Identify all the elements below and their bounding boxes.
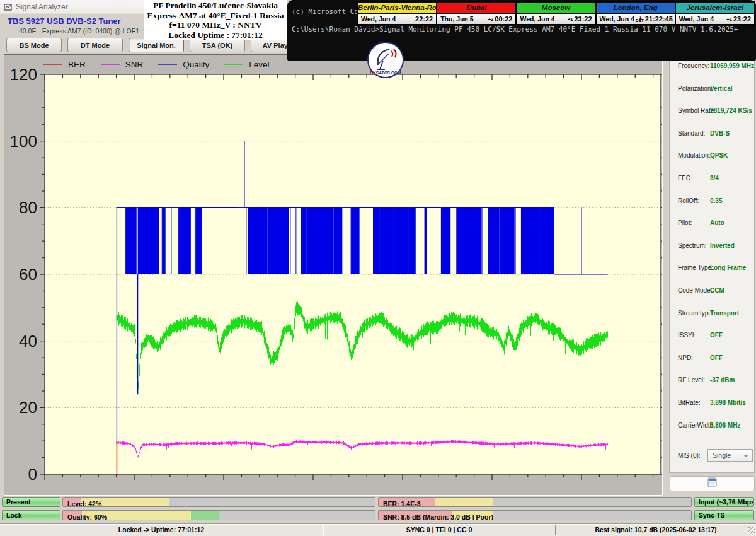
param-row-pilot-: Pilot:Auto [670, 219, 754, 235]
clock-jerusalem-israel: Jerusalem-IsraelWed, Jun 4+123:22 [676, 3, 754, 24]
snr-bar-label: SNR: 8,5 dB (Margin: 3,0 dB | Poor) [379, 513, 493, 520]
sync-ts-indicator: Sync TS [694, 510, 754, 520]
window-title: Signal Analyzer [16, 3, 68, 11]
statusbar-uptime: Locked -> Uptime: 77:01:12 [0, 524, 323, 536]
param-row-standard-: Standard:DVB-S [670, 130, 754, 145]
clock-city: Moscow [517, 3, 595, 14]
clock-utc-offset: +2 [488, 18, 494, 21]
quality-bar-label: Quality: 60% [63, 513, 107, 520]
clock-time: 21:22:45 [645, 15, 673, 23]
clock-moscow: MoscowWed, Jun 4+123:22 [517, 3, 595, 24]
app-icon [4, 3, 12, 11]
param-label: FEC: [678, 175, 692, 182]
param-label: Frame Type: [678, 264, 713, 271]
svg-text:20: 20 [19, 398, 37, 417]
clock-day: Wed, Jun 4 [361, 15, 396, 23]
param-row-npd-: NPD:OFF [670, 354, 754, 370]
clock-city: Dubai [437, 3, 515, 14]
clock-london-eng: London, EngWed, Jun 4-1DST21:22:45 [597, 3, 675, 24]
param-value: OFF [710, 332, 723, 339]
clock-time-row: Wed, Jun 4+123:22 [517, 14, 595, 24]
param-label: Code Mode: [678, 287, 712, 294]
param-label: MIS (0): [678, 452, 701, 459]
svg-text:40: 40 [19, 332, 37, 351]
param-row-rolloff-: RollOff:0.35 [670, 197, 754, 213]
param-label: Polarization: [678, 85, 713, 92]
param-row-carrierwidth-: CarrierWidth:3,806 MHz [670, 422, 754, 437]
level-bar-label: Level: 42% [63, 500, 101, 507]
list-icon [707, 477, 717, 490]
input-indicator: Input (~3,76 Mbps) [694, 497, 754, 507]
clock-city: Jerusalem-Israel [676, 3, 754, 14]
param-value: 11069,959 MHz [710, 62, 754, 69]
param-label: Standard: [678, 130, 705, 137]
param-label: Modulation: [678, 152, 711, 159]
clock-day: Thu, Jun 5 [440, 15, 474, 23]
param-value: 3/4 [710, 175, 719, 182]
chart-panel: BERSNRQualityLevel 020406080100120 [4, 54, 663, 496]
tab-dt-mode[interactable]: DT Mode [67, 38, 123, 52]
transport-stream-button[interactable] [670, 476, 755, 491]
status-row-2: Lock Quality: 60% SNR: 8,5 dB (Margin: 3… [0, 510, 756, 521]
svg-text:0: 0 [28, 465, 37, 484]
param-value: QPSK [710, 152, 728, 159]
param-value: CCM [710, 287, 724, 294]
param-value: OFF [710, 354, 723, 361]
world-clocks: Berlin-Paris-Vienna-RomaWed, Jun 422:22D… [357, 1, 755, 25]
terminal-prompt-line: C:\Users\Roman Dávid>Signal Monitoring_P… [292, 25, 738, 33]
snr-bar: SNR: 8,5 dB (Margin: 3,0 dB | Poor) [378, 510, 692, 520]
clock-time: 23:22 [733, 15, 751, 23]
param-value: Vertical [710, 85, 733, 92]
tuner-subtitle: 40.0E - Express AM7 (ID: 0400) @ LOF1: 1… [19, 27, 145, 35]
tab-signal-mon-[interactable]: Signal Mon. [129, 38, 184, 52]
clock-day: Wed, Jun 4 [679, 15, 714, 23]
param-value: Auto [710, 219, 724, 226]
param-row-frame-type-: Frame Type:Long Frame [670, 264, 754, 279]
signal-chart: 020406080100120 [4, 55, 662, 495]
clock-day: Wed, Jun 4 [600, 15, 634, 23]
quality-bar: Quality: 60% [62, 510, 375, 520]
caption-line: PF Prodelin 450/Lučenec-Slovakia [144, 1, 287, 11]
tab-bar: BS ModeDT ModeSignal Mon.TSA (OK)AV Play… [6, 38, 306, 53]
clock-day: Wed, Jun 4 [520, 15, 554, 23]
caption-line: Express-AM7 at 40°E_Fixed-1 Russia [144, 11, 287, 21]
tab-tsa-ok-[interactable]: TSA (OK) [190, 38, 245, 52]
param-label: BitRate: [678, 399, 701, 406]
param-value: DVB-S [710, 130, 730, 137]
param-value: 0.35 [710, 197, 722, 204]
level-bar: Level: 42% [62, 497, 375, 507]
mis-select[interactable]: Single [707, 449, 753, 462]
param-row-stream-type-: Stream type:Transport [670, 310, 754, 325]
clock-utc-offset: +1 [726, 18, 732, 21]
param-label: Spectrum: [678, 242, 707, 249]
clock-city: Berlin-Paris-Vienna-Roma [358, 3, 436, 14]
param-row-mis: MIS (0):Single [670, 452, 754, 467]
satellite-dish-icon: DXSATCS.COM [369, 43, 403, 77]
param-value: Long Frame [710, 264, 746, 271]
resize-grip[interactable] [748, 527, 755, 533]
param-row-frequency-: Frequency:11069,959 MHz [670, 62, 754, 78]
svg-text:DXSATCS.COM: DXSATCS.COM [370, 71, 401, 75]
screen: Signal Analyzer TBS 5927 USB DVB-S2 Tune… [0, 0, 756, 536]
statusbar-sync: SYNC 0 | TEI 0 | CC 0 [323, 524, 555, 536]
param-value: 2819,724 KS/s [710, 107, 752, 114]
session-caption: PF Prodelin 450/Lučenec-Slovakia Express… [144, 0, 287, 40]
statusbar-best-signal: Best signal: 10,7 dB (2025-06-02 13:17) [556, 524, 756, 536]
param-value: 3,806 MHz [710, 422, 740, 429]
svg-text:60: 60 [19, 265, 37, 284]
clock-time-row: Thu, Jun 5+200:22 [437, 14, 515, 24]
clock-time-row: Wed, Jun 422:22 [358, 14, 436, 24]
clock-time-row: Wed, Jun 4-1DST21:22:45 [597, 14, 675, 24]
param-row-rf-level-: RF Level:-37 dBm [670, 376, 754, 392]
clock-time: 23:22 [574, 15, 592, 23]
param-row-issyi-: ISSYI:OFF [670, 332, 754, 347]
tab-bs-mode[interactable]: BS Mode [6, 38, 62, 52]
param-value: Inverted [710, 242, 735, 249]
bar-zone [191, 511, 219, 520]
clock-dubai: DubaiThu, Jun 5+200:22 [437, 3, 515, 24]
clock-time: 00:22 [495, 15, 512, 23]
param-row-modulation-: Modulation:QPSK [670, 152, 754, 167]
param-value: -37 dBm [710, 376, 735, 383]
present-indicator: Present [2, 497, 60, 507]
clock-berlin-paris-vienna-roma: Berlin-Paris-Vienna-RomaWed, Jun 422:22 [358, 3, 436, 24]
